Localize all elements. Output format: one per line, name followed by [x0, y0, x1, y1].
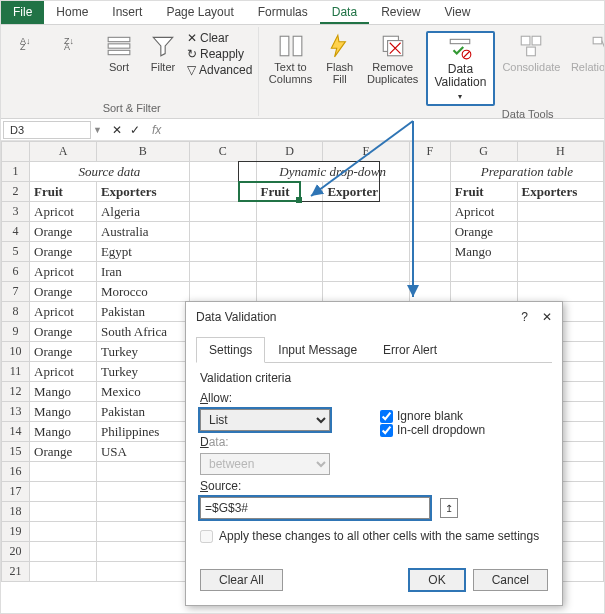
cell[interactable]	[450, 262, 517, 282]
tab-home[interactable]: Home	[44, 1, 100, 24]
cell[interactable]	[189, 262, 256, 282]
dialog-tab-settings[interactable]: Settings	[196, 337, 265, 363]
row-header[interactable]: 14	[2, 422, 30, 442]
in-cell-dropdown-checkbox[interactable]: In-cell dropdown	[380, 423, 485, 437]
remove-duplicates-button[interactable]: Remove Duplicates	[364, 31, 422, 87]
cell[interactable]	[409, 262, 450, 282]
tab-review[interactable]: Review	[369, 1, 432, 24]
row-header[interactable]: 2	[2, 182, 30, 202]
cell[interactable]	[256, 282, 323, 302]
cell[interactable]: Fruit	[256, 182, 323, 202]
consolidate-button[interactable]: Consolidate	[499, 31, 564, 75]
cell[interactable]	[30, 562, 97, 582]
cell[interactable]	[517, 222, 603, 242]
cell[interactable]: Mexico	[96, 382, 189, 402]
row-header[interactable]: 7	[2, 282, 30, 302]
cell[interactable]	[30, 542, 97, 562]
row-header[interactable]: 19	[2, 522, 30, 542]
cell[interactable]: Dynamic drop-down	[256, 162, 409, 182]
cell[interactable]	[189, 162, 256, 182]
ignore-blank-checkbox[interactable]: Ignore blank	[380, 409, 485, 423]
tab-formulas[interactable]: Formulas	[246, 1, 320, 24]
cell[interactable]	[189, 182, 256, 202]
cell[interactable]	[517, 242, 603, 262]
cell[interactable]: Turkey	[96, 342, 189, 362]
cell[interactable]: South Africa	[96, 322, 189, 342]
cell[interactable]	[256, 262, 323, 282]
cell[interactable]: Iran	[96, 262, 189, 282]
tab-view[interactable]: View	[433, 1, 483, 24]
relationships-button[interactable]: Relationships	[568, 31, 605, 75]
cell[interactable]: Exporters	[517, 182, 603, 202]
cell[interactable]: Mango	[450, 242, 517, 262]
cell[interactable]: Pakistan	[96, 402, 189, 422]
row-header[interactable]: 10	[2, 342, 30, 362]
cell[interactable]: Australia	[96, 222, 189, 242]
clear-filter-button[interactable]: ✕Clear	[187, 31, 252, 45]
cell[interactable]	[323, 202, 409, 222]
cell[interactable]	[189, 282, 256, 302]
row-header[interactable]: 12	[2, 382, 30, 402]
dialog-tab-error-alert[interactable]: Error Alert	[370, 337, 450, 363]
cell[interactable]	[517, 202, 603, 222]
source-input[interactable]	[200, 497, 430, 519]
help-button[interactable]: ?	[521, 310, 528, 324]
allow-select[interactable]: List	[200, 409, 330, 431]
tab-insert[interactable]: Insert	[100, 1, 154, 24]
cell[interactable]	[30, 502, 97, 522]
cell[interactable]: USA	[96, 442, 189, 462]
cell[interactable]	[30, 522, 97, 542]
cell[interactable]	[409, 282, 450, 302]
row-header[interactable]: 9	[2, 322, 30, 342]
text-to-columns-button[interactable]: Text to Columns	[265, 31, 315, 87]
cell[interactable]: Orange	[30, 222, 97, 242]
cell[interactable]: Turkey	[96, 362, 189, 382]
range-picker-button[interactable]: ↥	[440, 498, 458, 518]
row-header[interactable]: 15	[2, 442, 30, 462]
cell[interactable]	[409, 202, 450, 222]
cell[interactable]	[323, 282, 409, 302]
cell[interactable]	[189, 242, 256, 262]
cell[interactable]: Algeria	[96, 202, 189, 222]
name-box-input[interactable]	[3, 121, 91, 139]
cell[interactable]: Orange	[30, 322, 97, 342]
cell[interactable]: Fruit	[30, 182, 97, 202]
cell[interactable]	[189, 222, 256, 242]
cell[interactable]: Apricot	[30, 362, 97, 382]
chevron-down-icon[interactable]: ▼	[93, 125, 102, 135]
cell[interactable]: Apricot	[450, 202, 517, 222]
row-header[interactable]: 13	[2, 402, 30, 422]
cell[interactable]	[517, 282, 603, 302]
row-header[interactable]: 5	[2, 242, 30, 262]
sort-asc-button[interactable]: A↓Z	[11, 31, 51, 57]
cell[interactable]: Mango	[30, 422, 97, 442]
cell[interactable]: Morocco	[96, 282, 189, 302]
row-header[interactable]: 11	[2, 362, 30, 382]
row-header[interactable]: 1	[2, 162, 30, 182]
cell[interactable]: Orange	[30, 242, 97, 262]
cell[interactable]	[256, 242, 323, 262]
cell[interactable]	[96, 522, 189, 542]
cell[interactable]	[96, 562, 189, 582]
cell[interactable]	[323, 242, 409, 262]
cell[interactable]: Exporters	[96, 182, 189, 202]
row-header[interactable]: 21	[2, 562, 30, 582]
row-header[interactable]: 8	[2, 302, 30, 322]
cell[interactable]: Egypt	[96, 242, 189, 262]
close-icon[interactable]: ✕	[542, 310, 552, 324]
fx-icon[interactable]: fx	[152, 123, 161, 137]
sort-desc-button[interactable]: Z↓A	[55, 31, 95, 57]
cell[interactable]	[30, 482, 97, 502]
cancel-formula-icon[interactable]: ✕	[112, 123, 122, 137]
row-header[interactable]: 20	[2, 542, 30, 562]
cell[interactable]: Philippines	[96, 422, 189, 442]
cell[interactable]	[409, 242, 450, 262]
cell[interactable]	[409, 162, 450, 182]
cell[interactable]: Fruit	[450, 182, 517, 202]
flash-fill-button[interactable]: Flash Fill	[320, 31, 360, 87]
sort-button[interactable]: Sort	[99, 31, 139, 75]
row-header[interactable]: 4	[2, 222, 30, 242]
cell[interactable]: Orange	[450, 222, 517, 242]
cell[interactable]: Apricot	[30, 202, 97, 222]
row-header[interactable]: 18	[2, 502, 30, 522]
